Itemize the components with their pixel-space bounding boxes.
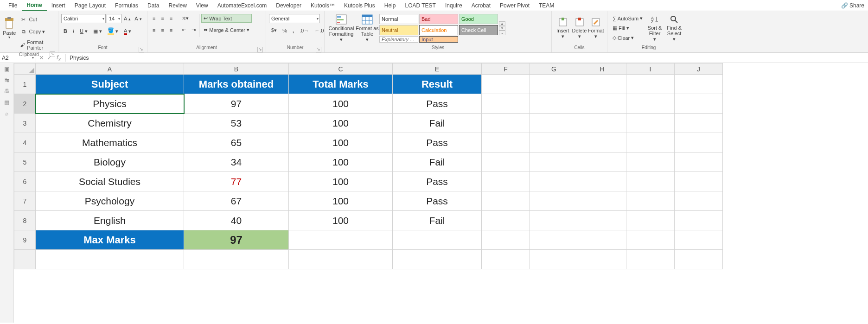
wrap-text-button[interactable]: ↩Wrap Text <box>201 14 252 23</box>
cell-a9[interactable]: Max Marks <box>36 230 184 250</box>
side-icon-1[interactable]: ▣ <box>4 66 9 72</box>
cell-b2[interactable]: 97 <box>184 94 289 114</box>
row-header-3[interactable]: 3 <box>14 114 36 133</box>
font-name-combo[interactable]: Calibri▾ <box>61 14 106 23</box>
col-header-j[interactable]: J <box>675 64 723 75</box>
menu-load-test[interactable]: LOAD TEST <box>400 1 440 10</box>
find-select-button[interactable]: Find & Select▾ <box>664 14 684 43</box>
cell-i1[interactable] <box>626 75 675 94</box>
cell-a8[interactable]: English <box>36 211 184 230</box>
cell-c2[interactable]: 100 <box>289 94 393 114</box>
align-right-button[interactable]: ≡ <box>167 26 175 34</box>
cell-e7[interactable]: Pass <box>393 191 482 211</box>
cell-a5[interactable]: Biology <box>36 152 184 172</box>
menu-data[interactable]: Data <box>143 1 164 10</box>
cell-a2[interactable]: Physics <box>36 94 184 114</box>
cell-g1[interactable] <box>530 75 578 94</box>
formula-bar[interactable]: Physics <box>66 54 868 62</box>
row-header-8[interactable]: 8 <box>14 211 36 230</box>
menu-home[interactable]: Home <box>22 0 46 11</box>
cell-b7[interactable]: 67 <box>184 191 289 211</box>
cell-e9[interactable] <box>393 230 482 250</box>
menu-developer[interactable]: Developer <box>271 1 306 10</box>
cell-f1[interactable] <box>482 75 530 94</box>
align-bottom-button[interactable]: ≡ <box>167 14 175 23</box>
row-header-5[interactable]: 5 <box>14 152 36 172</box>
row-header-4[interactable]: 4 <box>14 133 36 152</box>
cell-c6[interactable]: 100 <box>289 172 393 191</box>
col-header-h[interactable]: H <box>578 64 626 75</box>
decrease-indent-button[interactable]: ⇤ <box>179 25 188 34</box>
cell-c8[interactable]: 100 <box>289 211 393 230</box>
menu-kutools[interactable]: Kutools™ <box>306 1 339 10</box>
cell-e4[interactable]: Pass <box>393 133 482 152</box>
clear-button[interactable]: ◇Clear ▾ <box>610 33 645 42</box>
side-icon-2[interactable]: ↹ <box>5 77 9 83</box>
style-check-cell[interactable]: Check Cell <box>459 25 498 35</box>
bold-button[interactable]: B <box>61 27 70 35</box>
side-icon-5[interactable]: ⌕ <box>5 110 8 117</box>
menu-help[interactable]: Help <box>380 1 401 10</box>
format-cells-button[interactable]: Format▾ <box>587 14 604 43</box>
menu-team[interactable]: TEAM <box>534 1 559 10</box>
shrink-font-button[interactable]: A▾ <box>133 15 143 22</box>
cell-b4[interactable]: 65 <box>184 133 289 152</box>
underline-button[interactable]: U ▾ <box>77 27 90 36</box>
row-header-9[interactable]: 9 <box>14 230 36 250</box>
cell-a1[interactable]: Subject <box>36 75 184 94</box>
menu-formulas[interactable]: Formulas <box>110 1 143 10</box>
menu-view[interactable]: View <box>191 1 213 10</box>
menu-kutools-plus[interactable]: Kutools Plus <box>339 1 380 10</box>
row-header-7[interactable]: 7 <box>14 191 36 211</box>
cell-styles-gallery[interactable]: Normal Bad Good Neutral Calculation Chec… <box>379 14 498 43</box>
menu-review[interactable]: Review <box>164 1 191 10</box>
cell-e2[interactable]: Pass <box>393 94 482 114</box>
cell-c7[interactable]: 100 <box>289 191 393 211</box>
cell-c1[interactable]: Total Marks <box>289 75 393 94</box>
col-header-b[interactable]: B <box>184 64 289 75</box>
fx-icon[interactable]: fx <box>55 54 63 62</box>
cell-a6[interactable]: Social Studies <box>36 172 184 191</box>
style-neutral[interactable]: Neutral <box>379 25 418 35</box>
worksheet-grid[interactable]: A B C E F G H I J 1 Subject Marks obtain… <box>14 63 723 323</box>
paste-button[interactable]: Paste▾ <box>3 14 16 43</box>
sort-filter-button[interactable]: AZ Sort & Filter▾ <box>645 14 664 43</box>
align-left-button[interactable]: ≡ <box>150 26 158 34</box>
format-painter-button[interactable]: 🖌Format Painter <box>17 38 55 52</box>
menu-page-layout[interactable]: Page Layout <box>70 1 110 10</box>
font-size-combo[interactable]: 14▾ <box>107 14 121 23</box>
row-header-1[interactable]: 1 <box>14 75 36 94</box>
cell-a7[interactable]: Psychology <box>36 191 184 211</box>
style-normal[interactable]: Normal <box>379 14 418 24</box>
align-middle-button[interactable]: ≡ <box>159 14 166 23</box>
insert-cells-button[interactable]: Insert▾ <box>555 14 571 43</box>
style-input[interactable]: Input <box>419 36 458 43</box>
menu-insert[interactable]: Insert <box>47 1 70 10</box>
fill-color-button[interactable]: 🪣▾ <box>105 26 121 36</box>
menu-file[interactable]: File <box>4 1 22 10</box>
align-top-button[interactable]: ≡ <box>150 14 158 23</box>
number-format-combo[interactable]: General▾ <box>269 14 320 23</box>
alignment-launcher[interactable]: ↘ <box>257 47 263 52</box>
menu-power-pivot[interactable]: Power Pivot <box>495 1 534 10</box>
col-header-i[interactable]: I <box>626 64 675 75</box>
autosum-button[interactable]: ∑AutoSum ▾ <box>610 14 645 23</box>
decrease-decimal-button[interactable]: ←.0 <box>312 26 326 35</box>
col-header-c[interactable]: C <box>289 64 393 75</box>
row-header-6[interactable]: 6 <box>14 172 36 191</box>
font-color-button[interactable]: A▾ <box>121 26 134 36</box>
style-bad[interactable]: Bad <box>419 14 458 24</box>
cell-j1[interactable] <box>675 75 723 94</box>
increase-indent-button[interactable]: ⇥ <box>189 25 198 34</box>
select-all-corner[interactable] <box>14 64 36 75</box>
col-header-g[interactable]: G <box>530 64 578 75</box>
side-icon-4[interactable]: ▦ <box>4 99 9 106</box>
delete-cells-button[interactable]: Delete▾ <box>571 14 588 43</box>
style-explanatory[interactable]: Explanatory ... <box>379 36 418 43</box>
cell-e8[interactable]: Fail <box>393 211 482 230</box>
menu-automateexcel[interactable]: AutomateExcel.com <box>213 1 272 10</box>
align-center-button[interactable]: ≡ <box>159 26 166 34</box>
format-as-table-button[interactable]: Format as Table ▾ <box>355 14 379 43</box>
fill-button[interactable]: ▦Fill ▾ <box>610 24 645 32</box>
number-launcher[interactable]: ↘ <box>316 47 321 52</box>
